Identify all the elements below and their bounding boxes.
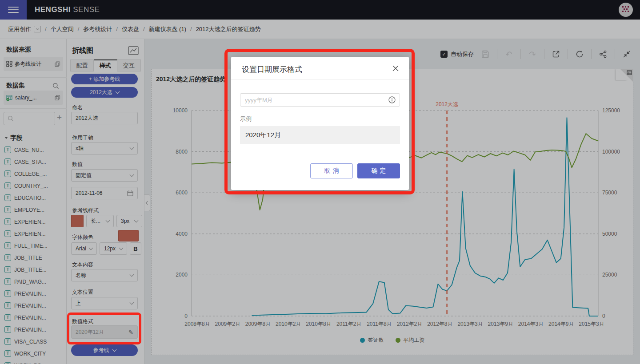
info-icon[interactable]: [388, 96, 396, 103]
date-format-input[interactable]: [240, 93, 400, 107]
dialog-title: 设置日期展示格式: [242, 64, 302, 75]
close-icon[interactable]: [392, 65, 399, 72]
divider: [231, 79, 409, 79]
date-format-dialog: 设置日期展示格式 示例 2020年12月 取消 确定: [231, 57, 409, 190]
example-label: 示例: [240, 115, 252, 123]
cancel-button[interactable]: 取消: [310, 163, 353, 178]
example-value: 2020年12月: [240, 126, 400, 144]
ok-button[interactable]: 确定: [357, 163, 400, 178]
